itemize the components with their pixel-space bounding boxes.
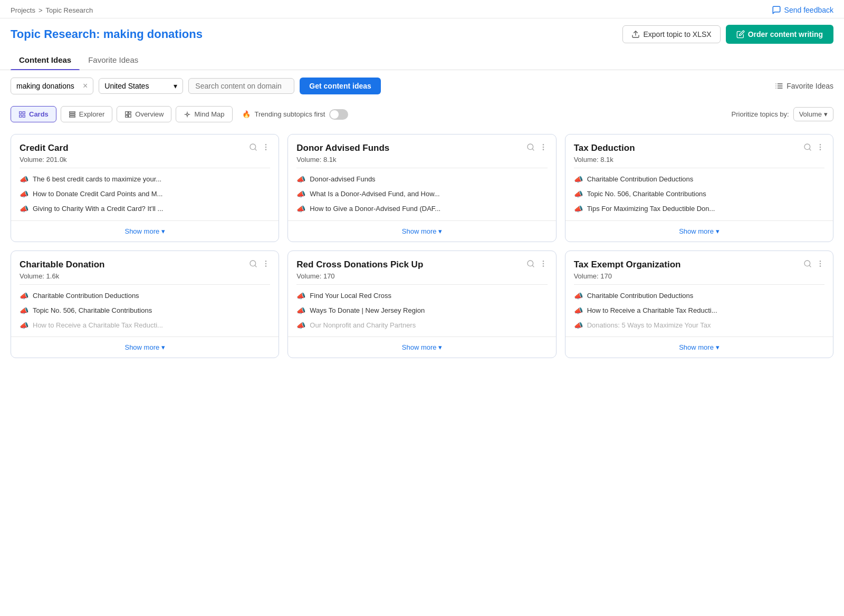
show-more-button[interactable]: Show more ▾: [288, 220, 555, 242]
megaphone-icon: 📣: [574, 205, 583, 213]
card-item-text: Donor-advised Funds: [310, 175, 547, 184]
show-more-button[interactable]: Show more ▾: [11, 336, 279, 358]
view-overview-button[interactable]: Overview: [117, 106, 171, 122]
card-title-area: Red Cross Donations Pick Up Volume: 170: [296, 259, 526, 280]
card-item-text: Charitable Contribution Deductions: [33, 291, 270, 301]
svg-line-39: [255, 265, 256, 267]
card-item: 📣 How to Receive a Charitable Tax Reduct…: [20, 321, 270, 330]
show-more-button[interactable]: Show more ▾: [565, 220, 833, 242]
card-items: 📣 Charitable Contribution Deductions 📣 H…: [565, 285, 833, 337]
svg-rect-14: [126, 111, 128, 114]
show-more-button[interactable]: Show more ▾: [565, 336, 833, 358]
card-item: 📣 Charitable Contribution Deductions: [574, 175, 824, 184]
card-header: Donor Advised Funds Volume: 8.1k: [288, 134, 555, 168]
search-icon[interactable]: [526, 143, 535, 153]
svg-point-51: [820, 263, 820, 264]
topic-input[interactable]: [16, 82, 80, 90]
trending-toggle: 🔥 Trending subtopics first: [242, 109, 349, 120]
more-options-icon[interactable]: [816, 143, 824, 153]
more-options-icon[interactable]: [262, 259, 270, 270]
trending-toggle-switch[interactable]: [329, 109, 348, 120]
svg-point-26: [266, 147, 266, 147]
prioritize-select[interactable]: Volume ▾: [793, 107, 833, 121]
card-title-area: Donor Advised Funds Volume: 8.1k: [296, 143, 526, 163]
card-title: Charitable Donation: [20, 259, 249, 270]
svg-rect-11: [70, 111, 75, 112]
page-title: Topic Research: making donations: [11, 27, 203, 41]
search-icon[interactable]: [803, 259, 812, 270]
topic-card: Tax Exempt Organization Volume: 170 📣 Ch…: [565, 251, 833, 359]
top-bar: Projects > Topic Research Send feedback: [0, 0, 844, 18]
tab-favorite-ideas[interactable]: Favorite Ideas: [80, 50, 147, 70]
send-feedback-link[interactable]: Send feedback: [772, 5, 833, 15]
trending-label: Trending subtopics first: [255, 110, 325, 118]
svg-point-30: [543, 145, 543, 145]
svg-rect-13: [70, 116, 75, 117]
card-item: 📣 Charitable Contribution Deductions: [20, 291, 270, 301]
search-icon[interactable]: [249, 143, 257, 153]
prioritize-chevron-icon: ▾: [824, 110, 828, 118]
page-title-topic: making donations: [103, 27, 203, 41]
country-select[interactable]: United States ▾: [99, 78, 183, 94]
card-actions: [526, 259, 548, 270]
search-icon[interactable]: [526, 259, 535, 270]
card-item: 📣 Tips For Maximizing Tax Deductible Don…: [574, 204, 824, 214]
search-icon[interactable]: [803, 143, 812, 153]
card-volume: Volume: 1.6k: [20, 272, 249, 280]
breadcrumb-projects[interactable]: Projects: [11, 6, 35, 14]
prioritize-section: Prioritize topics by: Volume ▾: [732, 107, 833, 121]
country-dropdown[interactable]: United States: [104, 82, 170, 90]
card-item-text: The 6 best credit cards to maximize your…: [33, 175, 270, 184]
card-title: Donor Advised Funds: [296, 143, 526, 153]
get-ideas-button[interactable]: Get content ideas: [300, 78, 380, 94]
svg-rect-9: [20, 115, 22, 117]
card-title: Credit Card: [20, 143, 249, 153]
card-title-area: Tax Deduction Volume: 8.1k: [574, 143, 803, 163]
overview-view-icon: [124, 111, 132, 118]
megaphone-icon: 📣: [20, 205, 28, 213]
card-item-text: Topic No. 506, Charitable Contributions: [33, 306, 270, 315]
svg-rect-10: [23, 115, 25, 117]
view-cards-button[interactable]: Cards: [11, 106, 56, 122]
svg-line-44: [532, 265, 534, 267]
show-more-button[interactable]: Show more ▾: [11, 220, 279, 242]
svg-point-37: [820, 149, 820, 150]
show-more-button[interactable]: Show more ▾: [288, 336, 555, 358]
card-volume: Volume: 170: [574, 272, 803, 280]
export-button[interactable]: Export topic to XLSX: [622, 25, 720, 43]
card-item: 📣 Find Your Local Red Cross: [296, 291, 547, 301]
svg-rect-12: [70, 113, 75, 114]
more-options-icon[interactable]: [539, 259, 548, 270]
cards-grid: Credit Card Volume: 201.0k 📣 The 6 best …: [0, 129, 844, 369]
more-options-icon[interactable]: [262, 143, 270, 153]
export-icon: [631, 30, 640, 38]
cards-view-icon: [18, 111, 26, 118]
search-icon[interactable]: [249, 259, 257, 270]
card-item-text: Charitable Contribution Deductions: [587, 291, 824, 301]
view-explorer-button[interactable]: Explorer: [61, 106, 112, 122]
svg-point-45: [543, 261, 543, 261]
order-button[interactable]: Order content writing: [726, 25, 833, 44]
tab-content-ideas[interactable]: Content Ideas: [11, 50, 80, 70]
topic-clear-button[interactable]: ×: [83, 81, 88, 91]
card-item-text: Our Nonprofit and Charity Partners: [310, 321, 547, 330]
megaphone-icon: 📣: [574, 306, 583, 315]
card-actions: [526, 143, 548, 153]
megaphone-icon: 📣: [574, 292, 583, 300]
megaphone-icon: 📣: [574, 190, 583, 198]
card-item-text: What Is a Donor-Advised Fund, and How...: [310, 189, 547, 199]
prioritize-label: Prioritize topics by:: [732, 110, 789, 118]
card-actions: [803, 143, 824, 153]
header-actions: Export topic to XLSX Order content writi…: [622, 25, 833, 44]
card-title-area: Tax Exempt Organization Volume: 170: [574, 259, 803, 280]
more-options-icon[interactable]: [816, 259, 824, 270]
svg-point-18: [187, 113, 189, 116]
topic-search-field[interactable]: ×: [11, 78, 93, 94]
svg-point-42: [266, 266, 266, 266]
favorite-ideas-link[interactable]: Favorite Ideas: [775, 82, 833, 90]
domain-search-input[interactable]: [188, 78, 294, 94]
svg-rect-8: [23, 111, 25, 113]
breadcrumb-current: Topic Research: [46, 6, 93, 14]
view-mindmap-button[interactable]: Mind Map: [176, 106, 232, 122]
more-options-icon[interactable]: [539, 143, 548, 153]
